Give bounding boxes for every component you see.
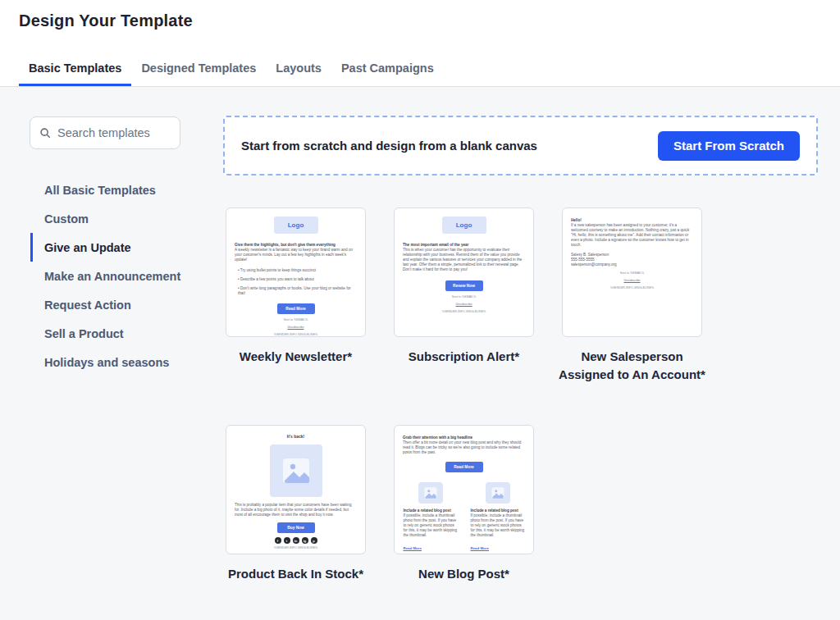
social-icons-row: f t in ig p	[226, 537, 365, 544]
thumb-signature: Salesy B. Salesperson 555-555-5555 sales…	[571, 253, 693, 267]
social-icon: f	[275, 537, 281, 544]
thumb-footer-line: %SENDER-INFO-SINGLELINE%	[226, 333, 365, 336]
thumb-button: Read More	[277, 303, 315, 314]
template-title-product-back-in-stock: Product Back In Stock*	[226, 565, 366, 583]
template-title-subscription-alert: Subscription Alert*	[394, 348, 534, 366]
thumb-footer-line: Sent to %EMAIL%	[226, 318, 365, 321]
template-title-new-blog-post: New Blog Post*	[394, 565, 534, 583]
thumb-body: This is probably a popular item that you…	[226, 503, 365, 517]
template-card-new-salesperson[interactable]: Hello! If a new salesperson has been ass…	[562, 207, 702, 337]
start-from-scratch-banner: Start from scratch and design from a bla…	[223, 116, 818, 176]
social-icon: t	[284, 537, 290, 544]
tab-past-campaigns[interactable]: Past Campaigns	[331, 53, 444, 86]
thumb-body: Then offer a bit more detail on your new…	[403, 440, 525, 455]
thumb-unsubscribe: Unsubscribe	[395, 303, 533, 306]
page-title: Design Your Template	[19, 11, 193, 30]
social-icon: p	[311, 537, 317, 544]
sidebar-item-give-an-update[interactable]: Give an Update	[30, 233, 211, 262]
tab-designed-templates[interactable]: Designed Templates	[131, 53, 266, 86]
template-card-weekly-newsletter[interactable]: Logo Give them the highlights, but don't…	[226, 207, 366, 337]
sidebar-item-holidays-and-seasons[interactable]: Holidays and seasons	[30, 348, 211, 376]
sidebar-item-sell-a-product[interactable]: Sell a Product	[30, 319, 211, 348]
thumb-read-more-link: Read More	[404, 546, 422, 550]
thumb-button: Read More	[445, 462, 483, 472]
thumb-body: If a new salesperson has been assigned t…	[571, 223, 693, 248]
template-title-weekly-newsletter: Weekly Newsletter*	[226, 348, 366, 366]
tab-bar: Basic Templates Designed Templates Layou…	[19, 53, 444, 86]
related-posts-columns: Include a related blog post If possible,…	[395, 482, 533, 553]
template-grid: Logo Give them the highlights, but don't…	[226, 207, 703, 593]
thumb-unsubscribe: Unsubscribe	[563, 279, 701, 282]
thumb-footer-line: %SENDER-INFO-SINGLELINE%	[226, 546, 365, 549]
thumb-bullet: • Describe a few points you want to talk…	[235, 277, 357, 282]
thumb-read-more-link: Read More	[471, 546, 489, 550]
start-from-scratch-button[interactable]: Start From Scratch	[658, 131, 800, 161]
sidebar-item-make-an-announcement[interactable]: Make an Announcement	[30, 262, 211, 290]
thumb-col-body: If possible, include a thumbnail photo f…	[404, 513, 458, 538]
template-search[interactable]	[30, 116, 180, 149]
thumb-footer-line: %SENDER-INFO-SINGLELINE%	[395, 310, 533, 313]
thumb-footer-line: Sent to %EMAIL%	[395, 295, 533, 299]
thumb-bullet: • Try using bullet points to keep things…	[235, 268, 357, 273]
image-placeholder-icon	[418, 482, 443, 504]
logo-chip: Logo	[274, 217, 318, 234]
sidebar-item-request-action[interactable]: Request Action	[30, 290, 211, 319]
thumb-footer-line: Sent to %EMAIL%	[563, 271, 701, 275]
template-card-product-back-in-stock[interactable]: It's back! This is probably a popular it…	[226, 425, 366, 554]
thumb-button: Buy Now	[277, 522, 315, 533]
social-icon: ig	[302, 537, 308, 544]
template-card-new-blog-post[interactable]: Grab their attention with a big headline…	[394, 425, 534, 554]
sidebar-item-custom[interactable]: Custom	[30, 204, 211, 233]
thumb-unsubscribe: Unsubscribe	[226, 326, 365, 329]
sidebar-item-all-basic-templates[interactable]: All Basic Templates	[30, 176, 211, 204]
thumb-col-body: If possible, include a thumbnail photo f…	[471, 513, 525, 538]
image-placeholder-icon	[270, 444, 322, 497]
design-your-template-page: { "colors": { "accent_blue": "#2254f4", …	[0, 0, 840, 620]
thumb-button: Renew Now	[445, 280, 483, 291]
tab-layouts[interactable]: Layouts	[266, 53, 331, 86]
thumb-footer-line: %SENDER-INFO-SINGLELINE%	[563, 286, 701, 289]
thumb-heading: It's back!	[226, 434, 365, 439]
thumb-bullet: • Don't write long paragraphs or books. …	[235, 286, 357, 296]
template-title-new-salesperson: New Salesperson Assigned to An Account*	[553, 348, 711, 384]
thumb-body: A weekly newsletter is a fantastic way t…	[235, 248, 357, 262]
social-icon: in	[293, 537, 299, 544]
thumb-body: This is when your customer has the oppor…	[403, 248, 525, 272]
search-input[interactable]	[57, 126, 172, 139]
category-list: All Basic Templates Custom Give an Updat…	[30, 176, 211, 376]
template-card-subscription-alert[interactable]: Logo The most important email of the yea…	[394, 207, 534, 337]
search-icon	[39, 127, 51, 139]
logo-chip: Logo	[442, 217, 486, 234]
header: Design Your Template Basic Templates Des…	[0, 0, 840, 87]
image-placeholder-icon	[486, 482, 510, 504]
tab-basic-templates[interactable]: Basic Templates	[19, 53, 131, 86]
banner-text: Start from scratch and design from a bla…	[241, 139, 537, 153]
